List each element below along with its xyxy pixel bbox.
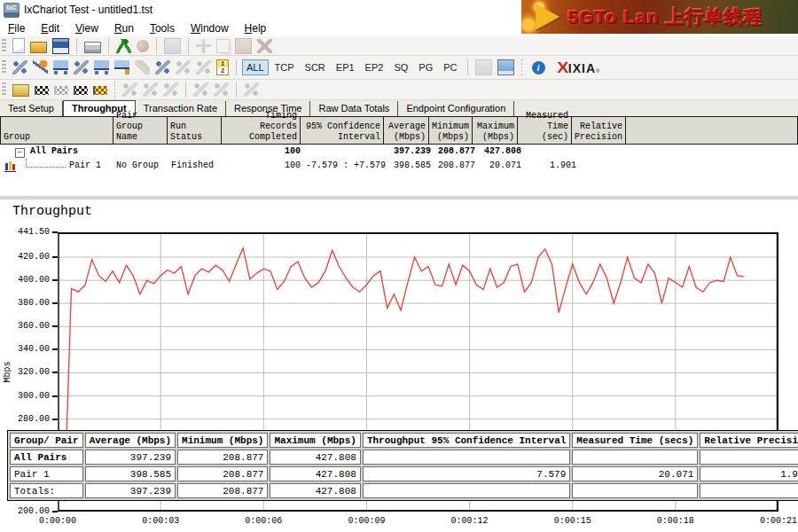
protocol-filter-group: ALLTCPSCREP1EP2SQPGPC bbox=[241, 59, 463, 75]
copy-pair-icon bbox=[216, 39, 230, 53]
info-icon[interactable]: i bbox=[532, 61, 545, 74]
header-label: Run Status bbox=[170, 121, 218, 143]
filter-pg[interactable]: PG bbox=[414, 59, 437, 75]
open-file-icon[interactable] bbox=[30, 42, 47, 53]
y-axis-label: 320.00 bbox=[7, 367, 50, 378]
print-icon[interactable] bbox=[84, 42, 101, 53]
column-header: Pair Group Name bbox=[113, 116, 168, 145]
tab-test-setup[interactable]: Test Setup bbox=[0, 101, 63, 116]
y-axis-tick bbox=[52, 256, 58, 258]
ixia-logo-x: X bbox=[557, 60, 568, 75]
filter-sq[interactable]: SQ bbox=[389, 59, 412, 75]
menu-run[interactable]: Run bbox=[106, 21, 142, 35]
add-pair-tree-icon[interactable] bbox=[74, 60, 89, 74]
header-label: Pair Group Name bbox=[116, 111, 164, 143]
cell: 398.585 bbox=[387, 159, 434, 173]
cell: 427.808 bbox=[270, 466, 360, 481]
cell: 398.585 bbox=[85, 466, 176, 481]
summary-header-row: Group/ Pair Average (Mbps) Minimum (Mbps… bbox=[10, 433, 798, 448]
toolbar-standard bbox=[0, 36, 798, 56]
y-axis-tick bbox=[52, 231, 58, 233]
start-test-icon[interactable] bbox=[35, 86, 49, 95]
paste-pair-icon bbox=[235, 38, 252, 54]
cell: -7.579 : +7.579 bbox=[303, 159, 387, 173]
x-axis-label: 0:00:00 bbox=[31, 516, 84, 527]
cell bbox=[572, 483, 698, 498]
toolbar-separator bbox=[76, 38, 77, 54]
add-dialing-pair-icon[interactable] bbox=[33, 60, 48, 74]
toolbar-icon-set bbox=[473, 59, 517, 76]
column-header: Maximum (Mbps) bbox=[472, 116, 518, 145]
publish-results-icon[interactable] bbox=[497, 59, 514, 75]
header-label: 95% Confidence Interval bbox=[303, 121, 380, 143]
y-axis-tick bbox=[52, 395, 58, 397]
tab-endpoint-configuration[interactable]: Endpoint Configuration bbox=[398, 101, 514, 116]
pairs-table-header: Group Pair Group Name Run Status Timing … bbox=[0, 116, 798, 145]
filter-ep1[interactable]: EP1 bbox=[332, 59, 359, 75]
filter-ep2[interactable]: EP2 bbox=[361, 59, 388, 75]
menu-help[interactable]: Help bbox=[237, 21, 275, 35]
cell: 397.239 bbox=[85, 450, 176, 465]
summary-header: Average (Mbps) bbox=[85, 433, 176, 448]
x-axis-label: 0:00:09 bbox=[340, 516, 393, 527]
collapse-icon[interactable] bbox=[15, 148, 25, 158]
toolbar-icon-set bbox=[10, 82, 262, 98]
wizard-test-icon[interactable] bbox=[93, 86, 107, 95]
pair-numbering-icon[interactable] bbox=[216, 59, 229, 75]
table-row-all-pairs[interactable]: All Pairs 100 397.239 208.877 427.808 bbox=[0, 145, 798, 159]
menu-window[interactable]: Window bbox=[183, 21, 237, 35]
header-label: Relative Precision bbox=[575, 121, 622, 143]
column-header: Relative Precision bbox=[571, 116, 626, 145]
filter-pc[interactable]: PC bbox=[439, 59, 461, 75]
abandon-test-icon bbox=[54, 86, 68, 95]
add-pair-icon[interactable] bbox=[12, 60, 27, 74]
group-label: All Pairs bbox=[30, 146, 78, 156]
toolbar-grip[interactable] bbox=[2, 39, 6, 53]
filter-tcp[interactable]: TCP bbox=[270, 59, 299, 75]
summary-table: Group/ Pair Average (Mbps) Minimum (Mbps… bbox=[7, 430, 798, 501]
pairs-table: Group Pair Group Name Run Status Timing … bbox=[0, 116, 798, 173]
add-application-scan-icon[interactable] bbox=[155, 60, 170, 74]
add-voip-hardware-pair-icon[interactable] bbox=[114, 60, 129, 74]
header-label: Group bbox=[4, 132, 110, 143]
cell: 1.901 bbox=[524, 159, 579, 173]
toolbar-grip[interactable] bbox=[2, 82, 6, 97]
edit-pair-icon bbox=[135, 60, 150, 74]
cell: 208.877 bbox=[177, 483, 268, 498]
menu-tools[interactable]: Tools bbox=[142, 21, 183, 35]
toolbar-separator bbox=[156, 38, 157, 54]
cell: 20.071 bbox=[572, 466, 698, 481]
column-header: Minimum (Mbps) bbox=[428, 116, 473, 145]
y-axis-tick bbox=[52, 511, 58, 512]
run-test-icon[interactable] bbox=[116, 39, 131, 53]
menu-file[interactable]: File bbox=[0, 21, 33, 35]
cell: 427.808 bbox=[270, 450, 360, 465]
cell: 100 bbox=[223, 159, 303, 173]
add-video-multicast-icon[interactable] bbox=[53, 60, 68, 74]
toolbar-grip[interactable] bbox=[2, 60, 6, 74]
menu-view[interactable]: View bbox=[67, 21, 106, 35]
open-results-icon[interactable] bbox=[12, 84, 29, 97]
cell: Totals: bbox=[10, 483, 83, 498]
filter-all[interactable]: ALL bbox=[242, 59, 269, 75]
y-axis-tick bbox=[52, 348, 58, 350]
app-logo-icon: IxC bbox=[4, 3, 20, 18]
save-file-icon[interactable] bbox=[52, 38, 69, 54]
new-file-icon[interactable] bbox=[12, 38, 25, 53]
summary-row-totals: Totals: 397.239 208.877 427.808 bbox=[10, 483, 798, 498]
summary-header: Minimum (Mbps) bbox=[177, 433, 268, 448]
y-axis-label: 340.00 bbox=[7, 344, 50, 355]
column-header: Average (Mbps) bbox=[383, 116, 429, 145]
menu-edit[interactable]: Edit bbox=[33, 21, 67, 35]
link-pairs-icon bbox=[193, 82, 208, 97]
ixia-logo[interactable]: X IXIA ® bbox=[558, 60, 600, 75]
filter-scr[interactable]: SCR bbox=[301, 59, 330, 75]
promo-banner: 5GTo Lan 上行单线程 bbox=[521, 0, 798, 34]
cell bbox=[303, 145, 387, 159]
y-axis-tick bbox=[52, 372, 58, 373]
table-row-pair-1[interactable]: Pair 1 No Group Finished 100 -7.579 : +7… bbox=[0, 159, 798, 173]
tab-raw-data-totals[interactable]: Raw Data Totals bbox=[310, 101, 398, 116]
column-header: Group bbox=[0, 116, 113, 145]
group-test-icon[interactable] bbox=[74, 86, 88, 95]
add-hardware-pair-icon[interactable] bbox=[94, 60, 109, 74]
